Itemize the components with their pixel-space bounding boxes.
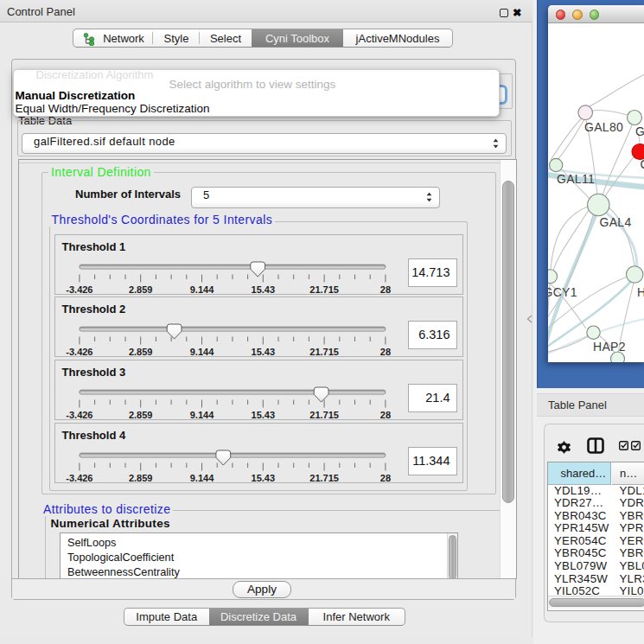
svg-text:28: 28 xyxy=(379,473,390,483)
svg-text:2.859: 2.859 xyxy=(128,347,152,357)
svg-text:28: 28 xyxy=(379,284,390,295)
svg-text:-3.426: -3.426 xyxy=(66,473,92,483)
svg-text:HIS: HIS xyxy=(637,285,644,299)
svg-text:-3.426: -3.426 xyxy=(66,284,92,295)
svg-text:CYC: CYC xyxy=(640,157,644,171)
svg-text:2.859: 2.859 xyxy=(128,284,152,295)
svg-text:21.715: 21.715 xyxy=(309,284,339,295)
svg-text:HAP2: HAP2 xyxy=(593,340,626,354)
svg-text:9.144: 9.144 xyxy=(189,410,214,420)
svg-text:-3.426: -3.426 xyxy=(66,410,92,420)
svg-text:-3.426: -3.426 xyxy=(66,347,92,357)
svg-text:GCY1: GCY1 xyxy=(548,285,577,299)
svg-text:GAL4: GAL4 xyxy=(599,215,631,229)
svg-text:9.144: 9.144 xyxy=(189,284,214,295)
svg-text:21.715: 21.715 xyxy=(309,410,339,420)
svg-text:2.859: 2.859 xyxy=(128,410,152,420)
svg-text:9.144: 9.144 xyxy=(189,473,214,483)
svg-text:GAL11: GAL11 xyxy=(557,172,595,186)
svg-text:28: 28 xyxy=(379,410,390,420)
svg-text:GAL1: GAL1 xyxy=(635,124,644,138)
svg-text:21.715: 21.715 xyxy=(309,347,339,357)
svg-text:2.859: 2.859 xyxy=(128,473,152,483)
svg-text:15.43: 15.43 xyxy=(251,473,275,483)
svg-text:15.43: 15.43 xyxy=(251,347,275,357)
svg-text:GAL80: GAL80 xyxy=(584,120,623,134)
svg-text:15.43: 15.43 xyxy=(251,284,275,295)
svg-text:28: 28 xyxy=(379,347,390,357)
svg-text:21.715: 21.715 xyxy=(309,473,339,483)
svg-text:15.43: 15.43 xyxy=(251,410,275,420)
svg-text:9.144: 9.144 xyxy=(189,347,214,357)
